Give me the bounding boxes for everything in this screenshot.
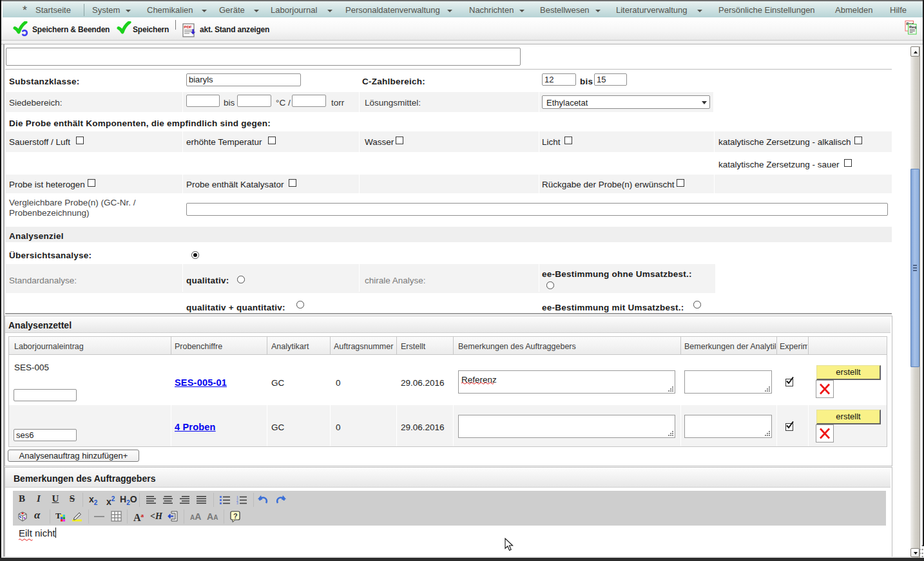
svg-text:3: 3	[236, 501, 238, 504]
svg-text:PDF: PDF	[184, 24, 193, 29]
svg-text:?: ?	[233, 512, 238, 520]
svg-text:T: T	[55, 511, 61, 520]
svg-text:Req: Req	[909, 25, 916, 29]
